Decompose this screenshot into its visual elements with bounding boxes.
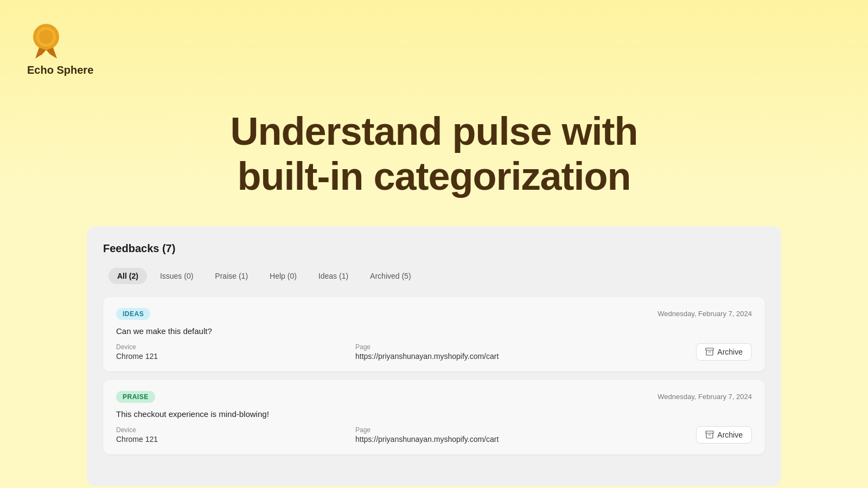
archive-button-2[interactable]: Archive bbox=[696, 426, 752, 444]
tab-issues[interactable]: Issues (0) bbox=[151, 268, 202, 284]
logo-text: Echo Sphere bbox=[27, 64, 93, 76]
card-meta-1: Device Chrome 121 Page https://priyanshu… bbox=[116, 343, 752, 361]
card-header-2: PRAISE Wednesday, February 7, 2024 bbox=[116, 391, 752, 403]
badge-praise: PRAISE bbox=[116, 391, 155, 403]
card-header-1: IDEAS Wednesday, February 7, 2024 bbox=[116, 308, 752, 320]
page-group-1: Page https://priyanshunayan.myshopify.co… bbox=[355, 343, 499, 361]
svg-rect-6 bbox=[706, 431, 713, 433]
device-value-1: Chrome 121 bbox=[116, 352, 158, 361]
tab-ideas[interactable]: Ideas (1) bbox=[310, 268, 357, 284]
feedback-card-1: IDEAS Wednesday, February 7, 2024 Can we… bbox=[103, 297, 765, 371]
logo-icon bbox=[27, 22, 65, 60]
svg-rect-5 bbox=[706, 348, 713, 350]
main-panel: Feedbacks (7) All (2) Issues (0) Praise … bbox=[87, 226, 781, 486]
hero-title: Understand pulse with built-in categoriz… bbox=[54, 109, 814, 199]
tab-archived[interactable]: Archived (5) bbox=[361, 268, 419, 284]
page-label-1: Page bbox=[355, 343, 499, 351]
device-group-2: Device Chrome 121 bbox=[116, 426, 158, 444]
header: Echo Sphere bbox=[0, 0, 868, 87]
archive-icon-2 bbox=[705, 431, 714, 439]
filter-tabs: All (2) Issues (0) Praise (1) Help (0) I… bbox=[103, 268, 765, 284]
device-label-1: Device bbox=[116, 343, 158, 351]
feedbacks-title: Feedbacks (7) bbox=[103, 242, 765, 255]
page-label-2: Page bbox=[355, 426, 499, 434]
page-group-2: Page https://priyanshunayan.myshopify.co… bbox=[355, 426, 499, 444]
feedback-card-2: PRAISE Wednesday, February 7, 2024 This … bbox=[103, 380, 765, 454]
card-meta-2: Device Chrome 121 Page https://priyanshu… bbox=[116, 426, 752, 444]
svg-point-4 bbox=[39, 30, 53, 44]
card-date-1: Wednesday, February 7, 2024 bbox=[658, 310, 752, 318]
archive-icon-1 bbox=[705, 348, 714, 356]
page-value-2: https://priyanshunayan.myshopify.com/car… bbox=[355, 435, 499, 444]
device-label-2: Device bbox=[116, 426, 158, 434]
badge-ideas: IDEAS bbox=[116, 308, 150, 320]
archive-label-1: Archive bbox=[717, 348, 743, 356]
device-group-1: Device Chrome 121 bbox=[116, 343, 158, 361]
page-wrapper: Echo Sphere Understand pulse with built-… bbox=[0, 0, 868, 488]
card-message-1: Can we make this default? bbox=[116, 326, 752, 336]
logo-area: Echo Sphere bbox=[27, 22, 841, 76]
card-message-2: This checkout experience is mind-blowing… bbox=[116, 409, 752, 419]
tab-all[interactable]: All (2) bbox=[108, 268, 147, 284]
archive-button-1[interactable]: Archive bbox=[696, 343, 752, 361]
hero-section: Understand pulse with built-in categoriz… bbox=[0, 87, 868, 226]
page-value-1: https://priyanshunayan.myshopify.com/car… bbox=[355, 352, 499, 361]
tab-praise[interactable]: Praise (1) bbox=[206, 268, 257, 284]
tab-help[interactable]: Help (0) bbox=[261, 268, 305, 284]
archive-label-2: Archive bbox=[717, 431, 743, 439]
card-date-2: Wednesday, February 7, 2024 bbox=[658, 393, 752, 401]
device-value-2: Chrome 121 bbox=[116, 435, 158, 444]
